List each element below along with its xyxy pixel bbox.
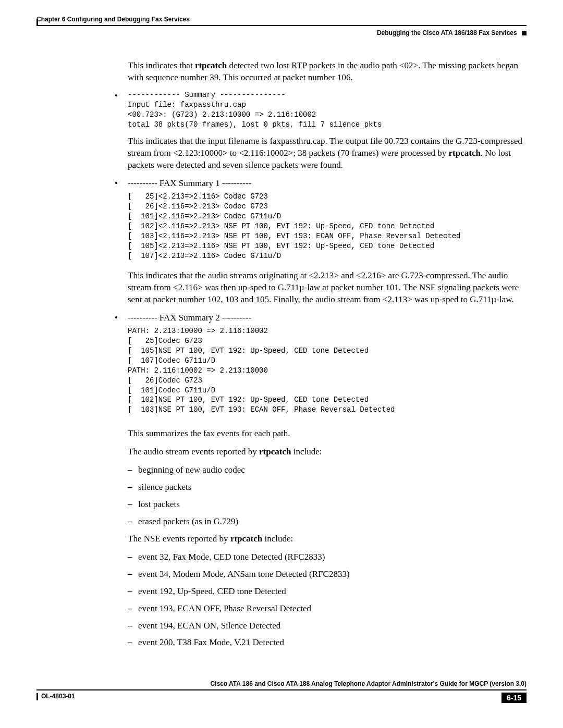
- list-item: lost packets: [128, 499, 527, 511]
- header-marker-icon: [522, 31, 527, 35]
- code-block: [ 25]<2.213=>2.116> Codec G723 [ 26]<2.1…: [128, 192, 527, 261]
- bullet-icon: •: [115, 90, 118, 102]
- list-item: event 200, T38 Fax Mode, V.21 Detected: [128, 637, 527, 649]
- section-label: Debugging the Cisco ATA 186/188 Fax Serv…: [36, 29, 527, 36]
- code-block: ------------ Summary --------------- Inp…: [128, 90, 527, 130]
- list-item: event 193, ECAN OFF, Phase Reversal Dete…: [128, 603, 527, 615]
- list-item: beginning of new audio codec: [128, 464, 527, 476]
- bullet-icon: •: [115, 178, 118, 190]
- page-footer: Cisco ATA 186 and Cisco ATA 188 Analog T…: [36, 680, 527, 703]
- fax-summary-1-label: ---------- FAX Summary 1 ----------: [128, 178, 252, 188]
- bullet-item: • ---------- FAX Summary 2 ---------- PA…: [128, 312, 527, 415]
- list-item: event 34, Modem Mode, ANSam tone Detecte…: [128, 569, 527, 581]
- paragraph: This indicates that rtpcatch detected tw…: [128, 60, 527, 84]
- paragraph: This indicates that the audio streams or…: [128, 270, 527, 306]
- chapter-label: Chapter 6 Configuring and Debugging Fax …: [36, 16, 190, 23]
- list-item: event 32, Fax Mode, CED tone Detected (R…: [128, 551, 527, 563]
- dash-list-1: beginning of new audio codec silence pac…: [128, 464, 527, 528]
- paragraph: This indicates that the input filename i…: [128, 135, 527, 171]
- bullet-icon: •: [115, 312, 118, 324]
- footer-doc-title: Cisco ATA 186 and Cisco ATA 188 Analog T…: [36, 680, 527, 690]
- list-item: silence packets: [128, 482, 527, 493]
- bullet-item: • ------------ Summary --------------- I…: [128, 90, 527, 130]
- footer-bar-icon: [36, 693, 38, 700]
- list-item: event 194, ECAN ON, Silence Detected: [128, 620, 527, 632]
- dash-list-2: event 32, Fax Mode, CED tone Detected (R…: [128, 551, 527, 649]
- bullet-item: • ---------- FAX Summary 1 ---------- [ …: [128, 178, 527, 261]
- list-item: erased packets (as in G.729): [128, 516, 527, 528]
- paragraph: This summarizes the fax events for each …: [128, 428, 527, 440]
- paragraph: The NSE events reported by rtpcatch incl…: [128, 533, 527, 545]
- list-item: event 192, Up-Speed, CED tone Detected: [128, 586, 527, 598]
- body-content: This indicates that rtpcatch detected tw…: [128, 60, 527, 649]
- footer-pagenum: 6-15: [501, 693, 527, 703]
- code-block: PATH: 2.213:10000 => 2.116:10002 [ 25]Co…: [128, 326, 527, 415]
- footer-docnum: OL-4803-01: [36, 693, 75, 700]
- paragraph: The audio stream events reported by rtpc…: [128, 446, 527, 458]
- fax-summary-2-label: ---------- FAX Summary 2 ----------: [128, 313, 252, 323]
- page-header: Chapter 6 Configuring and Debugging Fax …: [36, 16, 527, 26]
